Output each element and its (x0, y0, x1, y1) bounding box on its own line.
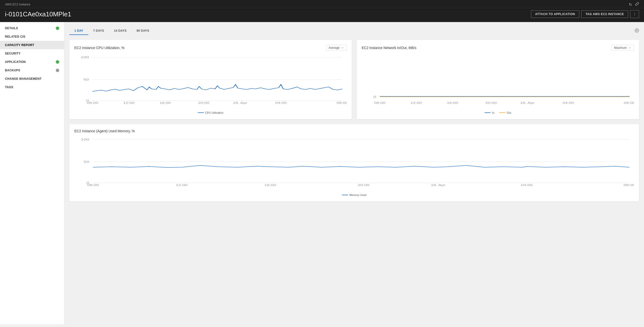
tab-14days[interactable]: 14 DAYS (109, 27, 132, 35)
network-chart-svg: 0 08:00 12:00 16:00 20:00 18. Apr 04:00 … (362, 55, 634, 104)
network-chart-title: EC2 Instance Network In/Out, MB/s (362, 46, 416, 50)
header: AWS EC2 Instance ↻ i-0101CAe0xa10MPle1 A… (0, 0, 644, 22)
network-out-legend-line (499, 112, 505, 113)
cpu-legend: CPU Utilization (74, 111, 347, 114)
svg-point-0 (636, 30, 638, 31)
cpu-legend-line (198, 112, 204, 113)
cpu-dropdown-arrow (341, 46, 344, 49)
svg-text:12:00: 12:00 (123, 102, 134, 104)
sidebar-item-change-management[interactable]: CHANGE MANAGEMENT (0, 74, 64, 83)
main-layout: DETAILS RELATED CIs CAPACITY REPORT SECU… (0, 22, 644, 324)
cpu-legend-item: CPU Utilization (198, 111, 224, 114)
tab-90days[interactable]: 90 DAYS (132, 27, 154, 35)
details-toggle (56, 26, 59, 30)
time-tabs: 1 DAY 7 DAYS 14 DAYS 90 DAYS (70, 27, 639, 35)
svg-text:100: 100 (81, 138, 90, 141)
memory-legend-line (342, 195, 348, 195)
network-in-legend-line (484, 112, 490, 113)
network-dropdown[interactable]: Maximum (611, 45, 634, 51)
tag-aws-ec2-button[interactable]: TAG AWS EC2 INSTANCE (581, 10, 628, 18)
svg-text:12:00: 12:00 (176, 184, 188, 187)
network-chart-header: EC2 Instance Network In/Out, MB/s Maximu… (362, 45, 634, 51)
more-options-button[interactable]: ⋮ (630, 10, 639, 18)
sidebar-item-details-label: DETAILS (5, 26, 18, 30)
network-chart-area: 0 08:00 12:00 16:00 20:00 18. Apr 04:00 … (362, 55, 634, 109)
memory-chart-header: EC2 Instance (Agent) Used Memory, % (74, 129, 634, 133)
network-legend: In Out (362, 111, 634, 114)
tab-1day[interactable]: 1 DAY (70, 27, 88, 35)
header-top: AWS EC2 Instance ↻ (0, 0, 644, 8)
network-out-legend-item: Out (499, 111, 511, 114)
svg-text:16:00: 16:00 (264, 184, 276, 187)
header-icons: ↻ (629, 2, 639, 7)
memory-legend-label: Memory Used (350, 193, 366, 196)
cpu-dropdown[interactable]: Average (326, 45, 347, 51)
settings-icon[interactable] (634, 28, 639, 34)
network-dropdown-arrow (628, 46, 631, 49)
cpu-chart-title: EC2 Instance CPU Utilization, % (74, 46, 124, 50)
svg-text:20:00: 20:00 (198, 102, 210, 104)
network-in-legend-item: In (484, 111, 494, 114)
refresh-icon[interactable]: ↻ (629, 2, 632, 7)
sidebar-item-related-cis[interactable]: RELATED CIs (0, 32, 64, 41)
cpu-dropdown-value: Average (329, 46, 340, 49)
sidebar-item-details[interactable]: DETAILS (0, 24, 64, 32)
svg-text:50: 50 (83, 78, 89, 81)
header-buttons: ATTACH TO APPLICATION TAG AWS EC2 INSTAN… (531, 10, 639, 18)
cpu-chart-card: EC2 Instance CPU Utilization, % Average … (70, 40, 352, 119)
sidebar-item-capacity-report[interactable]: CAPACITY REPORT (0, 41, 64, 49)
svg-text:12:00: 12:00 (410, 102, 422, 104)
svg-text:04:00: 04:00 (521, 184, 533, 187)
header-bottom: i-0101CAe0xa10MPle1 ATTACH TO APPLICATIO… (0, 8, 644, 22)
svg-text:08:00: 08:00 (374, 102, 386, 104)
attach-to-application-button[interactable]: ATTACH TO APPLICATION (531, 10, 579, 18)
svg-text:16:00: 16:00 (160, 102, 171, 104)
memory-chart-svg: 100 50 0 08:00 12:00 16:00 20:00 18. Apr… (74, 137, 634, 187)
svg-text:08:00: 08:00 (87, 184, 99, 187)
svg-text:04:00: 04:00 (562, 102, 574, 104)
sidebar-item-backups[interactable]: BACKUPS (0, 66, 64, 74)
svg-text:18. Apr: 18. Apr (520, 102, 535, 104)
charts-grid: EC2 Instance CPU Utilization, % Average … (70, 40, 639, 119)
sidebar-item-application-label: APPLICATION (5, 60, 26, 64)
instance-title: i-0101CAe0xa10MPle1 (5, 10, 71, 18)
svg-text:18. Apr: 18. Apr (431, 184, 446, 187)
sidebar-item-tags[interactable]: TAGS (0, 83, 64, 91)
svg-text:08:00: 08:00 (337, 102, 347, 104)
backups-toggle (56, 69, 59, 72)
memory-chart-title: EC2 Instance (Agent) Used Memory, % (74, 129, 135, 133)
time-tabs-left: 1 DAY 7 DAYS 14 DAYS 90 DAYS (70, 27, 154, 35)
sidebar-item-application[interactable]: APPLICATION (0, 58, 64, 66)
network-chart-card: EC2 Instance Network In/Out, MB/s Maximu… (357, 40, 639, 119)
sidebar-item-tags-label: TAGS (5, 85, 14, 89)
svg-text:04:00: 04:00 (275, 102, 286, 104)
network-in-legend-label: In (492, 111, 494, 114)
sidebar-item-related-cis-label: RELATED CIs (5, 35, 25, 38)
svg-text:08:00: 08:00 (624, 102, 634, 104)
sidebar: DETAILS RELATED CIs CAPACITY REPORT SECU… (0, 22, 64, 324)
network-out-legend-label: Out (507, 111, 511, 114)
cpu-chart-header: EC2 Instance CPU Utilization, % Average (74, 45, 347, 51)
sidebar-item-change-management-label: CHANGE MANAGEMENT (5, 77, 42, 80)
network-dropdown-value: Maximum (614, 46, 627, 49)
svg-text:100: 100 (80, 56, 89, 59)
svg-text:16:00: 16:00 (447, 102, 458, 104)
memory-legend-item: Memory Used (342, 193, 366, 196)
svg-text:18. Apr: 18. Apr (233, 102, 248, 104)
tab-7days[interactable]: 7 DAYS (88, 27, 109, 35)
svg-text:20:00: 20:00 (485, 102, 497, 104)
sidebar-item-backups-label: BACKUPS (5, 69, 20, 72)
memory-chart-area: 100 50 0 08:00 12:00 16:00 20:00 18. Apr… (74, 137, 634, 192)
app-label: AWS EC2 Instance (5, 3, 30, 6)
sidebar-item-security-label: SECURITY (5, 52, 20, 55)
cpu-legend-label: CPU Utilization (205, 111, 224, 114)
cpu-chart-svg: 100 50 0 08:00 12:00 16:00 20:00 18. Apr… (74, 55, 347, 104)
link-icon[interactable] (635, 2, 639, 7)
sidebar-item-security[interactable]: SECURITY (0, 49, 64, 58)
svg-text:20:00: 20:00 (358, 184, 369, 187)
memory-legend: Memory Used (74, 193, 634, 196)
application-toggle (56, 60, 59, 64)
cpu-chart-area: 100 50 0 08:00 12:00 16:00 20:00 18. Apr… (74, 55, 347, 109)
sidebar-item-capacity-report-label: CAPACITY REPORT (5, 43, 34, 47)
content-area: 1 DAY 7 DAYS 14 DAYS 90 DAYS EC2 Instanc… (64, 22, 644, 324)
